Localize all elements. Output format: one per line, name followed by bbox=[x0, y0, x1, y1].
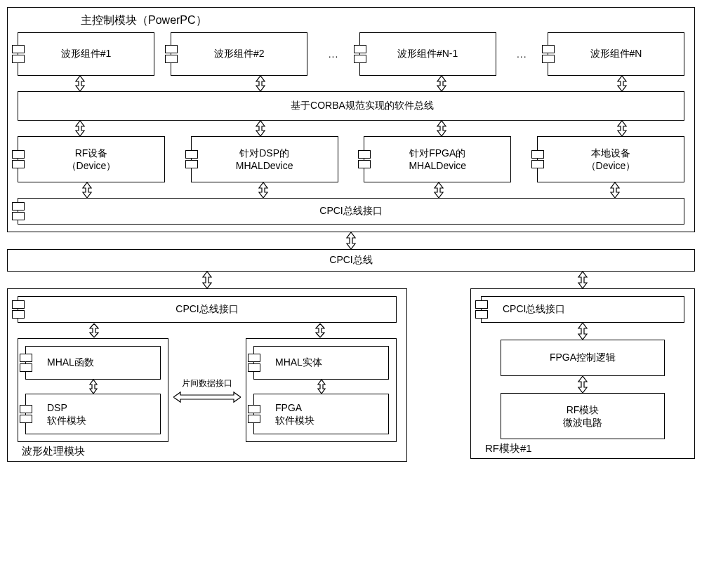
rf-module-title: RF模块#1 bbox=[485, 442, 684, 455]
component-lollipop-icon bbox=[354, 45, 366, 63]
svg-marker-4 bbox=[76, 121, 84, 136]
svg-marker-1 bbox=[256, 76, 265, 91]
component-label: FPGA 软件模块 bbox=[275, 401, 314, 427]
double-arrow-icon bbox=[254, 76, 267, 91]
component-label: CPCI总线接口 bbox=[319, 205, 382, 218]
svg-marker-2 bbox=[437, 76, 446, 91]
component-lollipop-icon bbox=[248, 354, 260, 372]
waveform-component-1: 波形组件#1 bbox=[18, 32, 154, 76]
component-lollipop-icon bbox=[358, 150, 371, 168]
double-arrow-icon bbox=[7, 232, 695, 249]
svg-marker-20 bbox=[578, 323, 587, 340]
component-label: 针对DSP的 MHALDevice bbox=[236, 147, 293, 172]
component-lollipop-icon bbox=[248, 405, 260, 423]
wave-cpci-interface: CPCI总线接口 bbox=[18, 296, 397, 323]
double-arrow-icon bbox=[88, 323, 100, 338]
inter-chip-connector: 片间数据接口 bbox=[172, 377, 242, 403]
cpci-bus: CPCI总线 bbox=[7, 249, 695, 272]
double-arrow-icon bbox=[435, 121, 448, 136]
chip-groups-row: MHAL函数 DSP 软件模块 片间数据接口 MHAL实体 bbox=[18, 338, 397, 442]
svg-marker-8 bbox=[83, 182, 91, 198]
arrow-row bbox=[18, 76, 684, 91]
component-lollipop-icon bbox=[12, 150, 25, 168]
double-arrow-h-icon bbox=[173, 391, 241, 403]
double-arrow-icon bbox=[257, 182, 270, 198]
rf-cpci-interface: CPCI总线接口 bbox=[481, 296, 684, 323]
local-device: 本地设备 （Device） bbox=[537, 136, 684, 182]
waveform-component-n-1: 波形组件#N-1 bbox=[359, 32, 496, 76]
component-label: CPCI总线接口 bbox=[503, 303, 565, 316]
svg-marker-21 bbox=[578, 376, 587, 393]
dsp-sw-module: DSP 软件模块 bbox=[25, 394, 161, 434]
component-lollipop-icon bbox=[20, 405, 32, 423]
inter-chip-label: 片间数据接口 bbox=[182, 377, 232, 389]
component-lollipop-icon bbox=[542, 45, 555, 63]
waveform-components-row: 波形组件#1 波形组件#2 ... 波形组件#N-1 ... 波形组件#N bbox=[18, 32, 684, 76]
arrow-row bbox=[18, 121, 684, 136]
component-lollipop-icon bbox=[185, 150, 198, 168]
double-arrow-icon bbox=[254, 121, 267, 136]
double-arrow-icon bbox=[481, 376, 684, 393]
svg-marker-10 bbox=[435, 182, 443, 198]
double-arrow-icon bbox=[81, 182, 93, 198]
double-arrow-icon bbox=[314, 323, 326, 338]
main-control-module: 主控制模块（PowerPC） 波形组件#1 波形组件#2 ... 波形组件#N-… bbox=[7, 7, 695, 232]
corba-software-bus: 基于CORBA规范实现的软件总线 bbox=[18, 91, 684, 121]
ellipsis: ... bbox=[512, 32, 531, 76]
ellipsis: ... bbox=[324, 32, 343, 76]
double-arrow-icon bbox=[253, 380, 389, 394]
main-cpci-interface: CPCI总线接口 bbox=[18, 198, 684, 225]
double-arrow-icon bbox=[481, 323, 684, 340]
double-arrow-icon bbox=[616, 76, 628, 91]
double-arrow-icon bbox=[74, 121, 86, 136]
waveform-processing-module: CPCI总线接口 MHAL函数 DSP 软件模块 片间数 bbox=[7, 288, 407, 462]
component-label: 针对FPGA的 MHALDevice bbox=[409, 147, 466, 172]
double-arrow-icon bbox=[435, 76, 448, 91]
svg-marker-18 bbox=[173, 392, 241, 402]
double-arrow-icon bbox=[616, 121, 628, 136]
rf-module: CPCI总线接口 FPGA控制逻辑 RF模块 微波电路 RF模块#1 bbox=[470, 288, 695, 459]
rf-device: RF设备 （Device） bbox=[18, 136, 165, 182]
svg-marker-17 bbox=[90, 380, 97, 394]
component-label: CPCI总线接口 bbox=[176, 303, 238, 316]
waveform-component-2: 波形组件#2 bbox=[171, 32, 307, 76]
fpga-mhal-device: 针对FPGA的 MHALDevice bbox=[364, 136, 511, 182]
component-label: MHAL函数 bbox=[47, 356, 94, 369]
component-label: 波形组件#N-1 bbox=[397, 48, 458, 60]
component-label: 波形组件#2 bbox=[214, 48, 265, 60]
waveform-component-n: 波形组件#N bbox=[548, 32, 684, 76]
component-lollipop-icon bbox=[531, 150, 544, 168]
svg-marker-7 bbox=[618, 121, 626, 136]
component-label: DSP 软件模块 bbox=[47, 401, 86, 427]
bus-label: 基于CORBA规范实现的软件总线 bbox=[291, 100, 434, 112]
component-lollipop-icon bbox=[475, 300, 488, 319]
svg-marker-12 bbox=[347, 232, 355, 249]
component-label: 波形组件#1 bbox=[61, 48, 112, 60]
component-label: MHAL实体 bbox=[275, 356, 322, 369]
mhal-entity: MHAL实体 bbox=[253, 346, 389, 380]
svg-marker-13 bbox=[203, 272, 211, 288]
dsp-mhal-device: 针对DSP的 MHALDevice bbox=[191, 136, 338, 182]
component-label: RF模块 微波电路 bbox=[563, 403, 602, 429]
bottom-modules-row: CPCI总线接口 MHAL函数 DSP 软件模块 片间数 bbox=[7, 288, 695, 462]
svg-marker-15 bbox=[90, 323, 98, 338]
svg-marker-3 bbox=[618, 76, 626, 91]
double-arrow-icon bbox=[432, 182, 445, 198]
svg-marker-0 bbox=[76, 76, 84, 91]
double-arrow-icon bbox=[609, 182, 621, 198]
arrow-row bbox=[18, 182, 684, 198]
arrow-row bbox=[18, 323, 397, 338]
component-label: FPGA控制逻辑 bbox=[550, 352, 616, 364]
component-lollipop-icon bbox=[20, 354, 32, 372]
dsp-chip-group: MHAL函数 DSP 软件模块 bbox=[18, 338, 168, 442]
svg-marker-19 bbox=[318, 380, 325, 394]
double-arrow-icon bbox=[201, 272, 213, 288]
svg-marker-16 bbox=[316, 323, 324, 338]
component-lollipop-icon bbox=[12, 300, 25, 319]
bus-label: CPCI总线 bbox=[329, 254, 372, 267]
fpga-chip-group: MHAL实体 FPGA 软件模块 bbox=[246, 338, 397, 442]
main-module-title: 主控制模块（PowerPC） bbox=[81, 13, 684, 28]
double-arrow-icon bbox=[576, 272, 589, 288]
component-lollipop-icon bbox=[165, 45, 178, 63]
component-label: 本地设备 （Device） bbox=[586, 147, 636, 172]
